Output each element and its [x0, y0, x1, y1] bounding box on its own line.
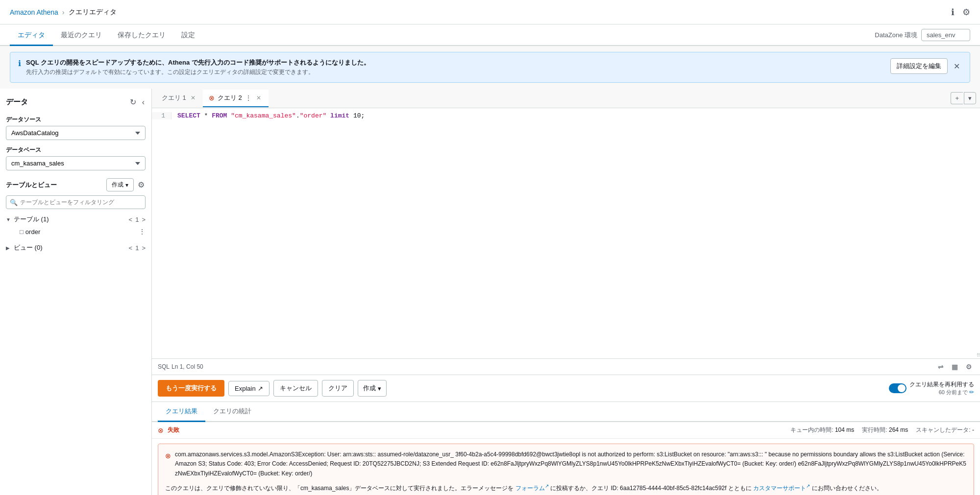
views-section-header[interactable]: ▶ ビュー (0) < 1 >	[6, 241, 146, 254]
views-nav-left[interactable]: <	[129, 244, 133, 252]
cancel-button[interactable]: キャンセル	[273, 380, 318, 397]
banner-title: SQL クエリの開発をスピードアップするために、Athena で先行入力のコード…	[26, 58, 885, 67]
query-tab-1-close[interactable]: ✕	[189, 94, 197, 102]
language-label: SQL	[158, 363, 170, 370]
tables-nav-left[interactable]: <	[129, 216, 133, 223]
query-tab-chevron-button[interactable]: ▾	[964, 92, 976, 104]
banner-subtitle: 先行入力の推奨はデフォルトで有効になっています。この設定はクエリエディタの詳細設…	[26, 68, 885, 76]
toggle-sub: 60 分前まで ✏	[909, 389, 974, 396]
query-tab-2-kebab[interactable]: ⋮	[245, 94, 252, 102]
datazone-env: DataZone 環境 sales_env	[875, 29, 970, 45]
support-external-icon: ↗	[806, 483, 810, 489]
queue-time-label: キュー内の時間: 104 ms	[790, 426, 854, 434]
views-nav-right[interactable]: >	[142, 244, 146, 252]
explain-icon: ↗	[258, 385, 263, 392]
create-table-button[interactable]: 作成 ▾	[106, 178, 134, 191]
error-footer-text: このクエリは、クエリで修飾されていない限り、「cm_kasama_sales」デ…	[165, 485, 514, 492]
toggle-knob	[898, 384, 906, 392]
settings-icon[interactable]: ⚙	[962, 7, 970, 18]
toggle-label: クエリ結果を再利用する	[909, 380, 974, 389]
edit-settings-button[interactable]: 詳細設定を編集	[890, 58, 948, 74]
datazone-label: DataZone 環境	[875, 31, 917, 40]
filter-input[interactable]	[6, 195, 146, 209]
reuse-results-toggle[interactable]	[889, 383, 906, 393]
table-order-row[interactable]: □ order ⋮	[6, 226, 146, 237]
exec-time-label: 実行時間: 264 ms	[862, 426, 908, 434]
results-tab-stats[interactable]: クエリの統計	[205, 402, 259, 422]
error-box: ⊗ com.amazonaws.services.s3.model.Amazon…	[158, 444, 974, 495]
database-select[interactable]: cm_kasama_sales	[6, 156, 146, 170]
run-button[interactable]: もう一度実行する	[158, 380, 224, 397]
breadcrumb-current: クエリエディタ	[69, 8, 117, 17]
status-fail-icon: ⊗	[158, 426, 164, 434]
datasource-label: データソース	[6, 116, 146, 124]
table-icon: □	[20, 228, 24, 236]
datazone-value[interactable]: sales_env	[921, 29, 970, 41]
main-layout: データ ↻ ‹ データソース AwsDataCatalog データベース cm_…	[0, 89, 980, 495]
banner-actions: 詳細設定を編集 ✕	[890, 58, 962, 74]
add-query-tab-button[interactable]: +	[951, 92, 963, 104]
create-button[interactable]: 作成 ▾	[358, 380, 387, 397]
top-nav: Amazon Athena › クエリエディタ ℹ ⚙	[0, 0, 980, 24]
error-footer-middle: に投稿するか、クエリ ID: 6aa12785-4444-40bf-85c5-8…	[550, 485, 752, 492]
top-nav-icons: ℹ ⚙	[951, 7, 970, 18]
query-tab-2-label: クエリ 2	[218, 94, 242, 102]
table-kebab-icon[interactable]: ⋮	[139, 228, 146, 236]
status-bar-right: ⇌ ▦ ⚙	[936, 362, 974, 372]
banner-content: SQL クエリの開発をスピードアップするために、Athena で先行入力のコード…	[26, 58, 885, 76]
tables-views-header: テーブルとビュー 作成 ▾ ⚙	[6, 178, 146, 191]
query-tab-1[interactable]: クエリ 1 ✕	[156, 90, 203, 107]
columns-icon-button[interactable]: ▦	[950, 362, 960, 372]
editor-settings-button[interactable]: ⚙	[964, 362, 974, 372]
tables-page: 1	[135, 216, 139, 223]
table-settings-icon[interactable]: ⚙	[137, 179, 146, 190]
wrap-icon-button[interactable]: ⇌	[936, 362, 946, 372]
results-tab-results[interactable]: クエリ結果	[158, 402, 205, 422]
status-bar: SQL Ln 1, Col 50 ⇌ ▦ ⚙	[152, 359, 980, 375]
views-section: ▶ ビュー (0) < 1 >	[6, 241, 146, 254]
editor-area: クエリ 1 ✕ ⊗ クエリ 2 ⋮ ✕ + ▾ 1 SELECT * FROM …	[152, 89, 980, 495]
code-editor[interactable]: 1 SELECT * FROM "cm_kasama_sales"."order…	[152, 108, 980, 359]
breadcrumb-separator: ›	[62, 8, 65, 16]
query-tab-2[interactable]: ⊗ クエリ 2 ⋮ ✕	[203, 90, 269, 107]
tab-editor[interactable]: エディタ	[10, 26, 53, 46]
tab-recent[interactable]: 最近のクエリ	[53, 26, 110, 46]
tab-saved[interactable]: 保存したクエリ	[110, 26, 173, 46]
scan-data-value: -	[972, 426, 974, 433]
resize-handle[interactable]: ⠿	[974, 353, 980, 358]
status-metrics: キュー内の時間: 104 ms 実行時間: 264 ms スキャンしたデータ: …	[790, 426, 974, 434]
explain-button[interactable]: Explain ↗	[228, 381, 270, 396]
query-tab-2-error-icon: ⊗	[209, 94, 215, 102]
error-message: com.amazonaws.services.s3.model.AmazonS3…	[175, 450, 967, 478]
filter-wrap: 🔍	[6, 195, 146, 209]
query-status-row: ⊗ 失敗 キュー内の時間: 104 ms 実行時間: 264 ms スキャンした…	[152, 422, 980, 439]
create-chevron-icon: ▾	[125, 182, 128, 189]
results-tab-bar: クエリ結果 クエリの統計	[152, 402, 980, 422]
error-footer: このクエリは、クエリで修飾されていない限り、「cm_kasama_sales」デ…	[165, 482, 967, 493]
banner-close-button[interactable]: ✕	[952, 60, 962, 73]
line-content-1: SELECT * FROM "cm_kasama_sales"."order" …	[172, 112, 365, 119]
datasource-select[interactable]: AwsDataCatalog	[6, 126, 146, 140]
tables-nav-right[interactable]: >	[142, 216, 146, 223]
tables-section-header[interactable]: ▼ テーブル (1) < 1 >	[6, 213, 146, 226]
collapse-sidebar-button[interactable]: ‹	[141, 97, 146, 108]
breadcrumb-home[interactable]: Amazon Athena	[10, 8, 58, 16]
toggle-edit-icon[interactable]: ✏	[969, 389, 974, 396]
tables-arrow-icon: ▼	[6, 217, 12, 222]
sidebar: データ ↻ ‹ データソース AwsDataCatalog データベース cm_…	[0, 89, 152, 495]
clear-button[interactable]: クリア	[322, 380, 354, 397]
info-icon[interactable]: ℹ	[951, 7, 955, 18]
sidebar-header: データ ↻ ‹	[6, 96, 146, 108]
tables-nav: < 1 >	[129, 216, 146, 223]
cursor-position: Ln 1, Col 50	[172, 363, 203, 370]
error-box-header: ⊗ com.amazonaws.services.s3.model.Amazon…	[165, 450, 967, 478]
tab-add-area: + ▾	[951, 92, 976, 104]
refresh-button[interactable]: ↻	[129, 96, 137, 108]
forum-link[interactable]: フォーラム↗	[515, 485, 550, 492]
database-label: データベース	[6, 146, 146, 154]
support-link[interactable]: カスタマーサポート↗	[753, 485, 811, 492]
filter-search-icon: 🔍	[10, 199, 18, 206]
query-tab-2-close[interactable]: ✕	[255, 94, 263, 102]
tab-settings[interactable]: 設定	[173, 26, 203, 46]
tables-label: テーブル (1)	[14, 215, 127, 224]
